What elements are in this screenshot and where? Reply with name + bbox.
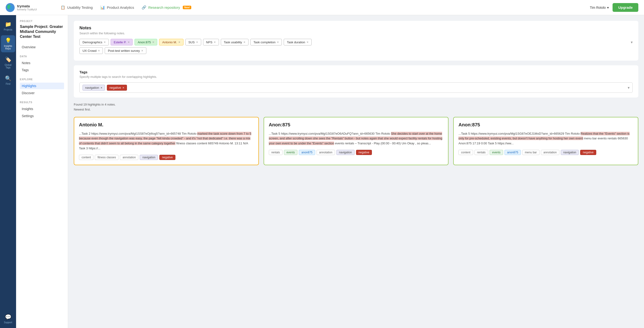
remove-post-test[interactable]: × (142, 49, 143, 53)
tags-title: Tags (80, 70, 633, 74)
card-tag-annotation[interactable]: annotation (120, 155, 138, 160)
card-1-tags: content fitness classes annotation navig… (79, 155, 254, 160)
nav-research-repository[interactable]: 🔗 Research repository New! (142, 5, 191, 10)
card-tag-menu-bar[interactable]: menu bar (522, 150, 540, 155)
filter-anon875[interactable]: Anon:875 × (134, 39, 157, 46)
user-menu[interactable]: Tim Rotolo ▾ (590, 6, 609, 10)
card-2-text: ...Task 5 https://www.trymyui.com/pva/Mg… (269, 131, 444, 146)
filter-row-2: UX Crowd × Post-test written survey × (80, 47, 633, 54)
find-icon: 🔍 (5, 76, 11, 82)
remove-antonio[interactable]: × (178, 40, 180, 44)
nav-usability-testing[interactable]: 📋 Usability Testing (60, 5, 93, 10)
tags-subtitle: Specify multiple tags to search for over… (80, 75, 633, 79)
secondary-sidebar: PROJECT Sample Project: Greater Midland … (16, 0, 68, 328)
app-formerly: formerly TryMyUI (17, 8, 37, 11)
nav-insights[interactable]: Insights (20, 106, 64, 112)
card-tag-events-3[interactable]: events (490, 150, 503, 155)
card-tag-negative[interactable]: negative (159, 155, 175, 160)
card-tag-anon875-3[interactable]: anon875 (504, 150, 521, 155)
remove-task-completion[interactable]: × (277, 40, 279, 44)
explore-section-label: EXPLORE (20, 78, 64, 81)
repository-icon: 🔗 (142, 5, 146, 10)
data-section-label: DATA (20, 55, 64, 58)
remove-anon875[interactable]: × (152, 40, 154, 44)
sidebar-item-global-tags[interactable]: 🏷️ Global Tags (1, 54, 15, 71)
card-tag-rentals-3[interactable]: rentals (474, 150, 488, 155)
remove-estelle[interactable]: × (128, 40, 130, 44)
new-badge: New! (183, 6, 191, 9)
remove-task-usability[interactable]: × (244, 40, 246, 44)
filters-dropdown-arrow[interactable]: ▾ (631, 40, 633, 45)
highlight-card-2: Anon:875 ...Task 5 https://www.trymyui.c… (264, 117, 449, 165)
card-tag-events[interactable]: events (284, 150, 298, 155)
nav-right: Tim Rotolo ▾ Upgrade (590, 3, 638, 12)
filter-antonio[interactable]: Antonio M. × (159, 39, 183, 46)
card-tag-navigation-2[interactable]: navigation (336, 150, 355, 155)
highlight-card-3: Anon:875 ...Task 5 https://www.trymyui.c… (453, 117, 638, 165)
nav-settings[interactable]: Settings (20, 113, 64, 119)
remove-nps[interactable]: × (214, 40, 216, 44)
project-label: PROJECT (20, 20, 64, 23)
filter-demographics[interactable]: Demographics × (80, 39, 109, 46)
filter-task-duration[interactable]: Task duration × (284, 39, 312, 46)
tag-filter-input[interactable]: navigation × negative × ▾ (80, 82, 633, 93)
card-tag-rentals[interactable]: rentals (269, 150, 282, 155)
card-tag-negative-2[interactable]: negative (356, 150, 372, 155)
nav-notes[interactable]: Notes (20, 60, 64, 66)
chevron-down-icon: ▾ (607, 6, 609, 10)
card-1-title: Antonio M. (79, 122, 254, 128)
highlights-grid: Antonio M. ...Task 2 https://www.trymyui… (74, 117, 638, 165)
card-tag-anon875[interactable]: anon875 (299, 150, 315, 155)
card-tag-negative-3[interactable]: negative (580, 150, 596, 155)
left-sidebar: 📁 Projects 💡 Insights Repo 🏷️ Global Tag… (0, 0, 16, 328)
sidebar-item-find[interactable]: 🔍 Find (1, 73, 15, 88)
tags-dropdown-arrow[interactable]: ▾ (628, 85, 630, 90)
card-tag-annotation-2[interactable]: annotation (316, 150, 335, 155)
remove-tag-navigation[interactable]: × (100, 86, 102, 90)
remove-tag-negative[interactable]: × (122, 86, 124, 90)
card-2-tags: rentals events anon875 annotation naviga… (269, 150, 444, 155)
results-section-label: RESULTS (20, 101, 64, 104)
analytics-icon: 📊 (100, 5, 105, 10)
card-tag-navigation-3[interactable]: navigation (561, 150, 579, 155)
projects-icon: 📁 (5, 21, 11, 28)
filter-sus[interactable]: SUS × (185, 39, 201, 46)
notes-title: Notes (80, 26, 633, 31)
insights-icon: 💡 (5, 38, 11, 44)
filter-post-test[interactable]: Post-test written survey × (105, 47, 146, 54)
nav-tags[interactable]: Tags (20, 67, 64, 73)
card-tag-content[interactable]: content (79, 155, 94, 160)
logo-icon (6, 3, 15, 12)
tag-negative[interactable]: negative × (107, 85, 127, 91)
filter-task-usability[interactable]: Task usability × (221, 39, 249, 46)
nav-product-analytics[interactable]: 📊 Product Analytics (100, 5, 134, 10)
card-tag-content-3[interactable]: content (458, 150, 473, 155)
filter-task-completion[interactable]: Task completion × (250, 39, 282, 46)
card-3-text: ...Task 5 https://www.trymyui.com/pva/Mg… (458, 131, 633, 146)
remove-demographics[interactable]: × (104, 40, 106, 44)
main-nav-items: 📋 Usability Testing 📊 Product Analytics … (60, 5, 582, 10)
svg-point-2 (10, 6, 13, 11)
sidebar-item-support[interactable]: 💬 Support (1, 312, 15, 326)
top-navigation: trymata formerly TryMyUI 📋 Usability Tes… (0, 0, 644, 15)
card-tag-fitness[interactable]: fitness classes (95, 155, 118, 160)
tags-section: Tags Specify multiple tags to search for… (74, 65, 638, 98)
sidebar-item-insights[interactable]: 💡 Insights Repo (1, 35, 15, 52)
project-name: Sample Project: Greater Midland Communit… (20, 24, 64, 39)
remove-sus[interactable]: × (196, 40, 198, 44)
filter-ux-crowd[interactable]: UX Crowd × (80, 47, 103, 54)
upgrade-button[interactable]: Upgrade (612, 3, 638, 12)
remove-task-duration[interactable]: × (307, 40, 308, 44)
global-tags-icon: 🏷️ (5, 57, 11, 63)
nav-overview[interactable]: Overview (20, 44, 64, 50)
remove-ux-crowd[interactable]: × (98, 49, 100, 53)
card-tag-annotation-3[interactable]: annotation (541, 150, 559, 155)
results-count: Found 19 highlights in 4 notes. Newest f… (74, 102, 638, 112)
nav-discover[interactable]: Discover (20, 90, 64, 96)
nav-highlights[interactable]: Highlights (20, 83, 64, 89)
card-tag-navigation[interactable]: navigation (140, 155, 158, 160)
filter-estelle[interactable]: Estelle P. × (111, 39, 133, 46)
tag-navigation[interactable]: navigation × (82, 85, 105, 91)
filter-nps[interactable]: NPS × (203, 39, 219, 46)
sidebar-item-projects[interactable]: 📁 Projects (1, 19, 15, 33)
